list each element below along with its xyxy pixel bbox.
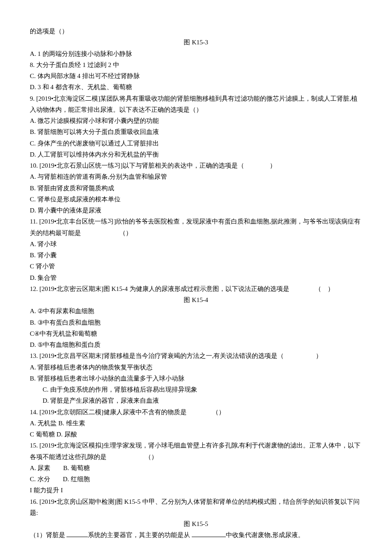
blank-fill-1 xyxy=(66,530,88,537)
q8-option-d: D. 3 和 4 都含有水、无机盐、葡萄糖 xyxy=(30,81,362,93)
q15-stem-line2: 各项不能透过这些孔隙的是 （） xyxy=(30,451,362,462)
blank-fill-2 xyxy=(192,530,226,537)
q8-option-b: 8. 大分子蛋白质经 1 过滤到 2 中 xyxy=(30,59,362,70)
q10-option-a: A. 与肾脏相连的管道有两条,分别为血管和输尿管 xyxy=(30,171,362,182)
intro-line: 的选项是（） xyxy=(30,26,362,37)
q13-stem: 13. [2019•北京昌平区期末]肾脏移植是当今治疗肾衰竭的方法之一,有关说法… xyxy=(30,350,362,361)
q13-option-d: D. 肾脏是产生尿液的器官，尿液来自血液 xyxy=(30,395,362,406)
q11-stem-line1: 11. [2019•北京丰台区统一练习]欣怡的爷爷去医院检查，发现尿液中有蛋白质… xyxy=(30,216,362,227)
q11-option-a: A. 肾小球 xyxy=(30,238,362,250)
q8-option-a: A. 1 的两端分别连接小动脉和小静脉 xyxy=(30,48,362,59)
q14-option-cd: C 葡萄糖 D. 尿酸 xyxy=(30,429,362,440)
q9-option-c: C. 身体产生的代谢废物可以通过人工肾脏排出 xyxy=(30,138,362,149)
q16-sub1-part-a: （1）肾脏是 xyxy=(30,532,66,538)
q10-option-c: C. 肾单位是形成尿液的根本单位 xyxy=(30,194,362,205)
q12-option-b: B. ③中有蛋白质和血细胞 xyxy=(30,317,362,328)
q9-option-d: D. 人工肾脏可以维持体内水分和无机盐的平衡 xyxy=(30,149,362,160)
q9-stem-line1: 9. [2019•北京海淀区二模]某团队将具有重吸收功能的肾脏细胞移植到具有过滤… xyxy=(30,93,362,104)
q12-option-c: C④中有无机盐和葡萄糖 xyxy=(30,328,362,339)
q16-stem-line2: 题: xyxy=(30,507,362,518)
q16-sub1-part-b: 系统的主要器官，其主要的功能是从 xyxy=(88,532,192,538)
q11-option-c: C 肾小管 xyxy=(30,261,362,272)
q9-option-a: A. 微芯片滤膜模拟肾小球和肾小囊内壁的功能 xyxy=(30,115,362,126)
q16-stem-line1: 16. [2019•北京房山区期中检测]图 K15-5 中甲、乙分别为人体肾脏和… xyxy=(30,496,362,507)
q10-stem: 10. [2019•北京石景山区统一练习]以下与肾脏相关的表达中，正确的选项是（… xyxy=(30,160,362,171)
q10-option-d: D. 胃小囊中的液体是尿液 xyxy=(30,205,362,216)
q12-option-d: D. ⑤中有血细胞和蛋白质 xyxy=(30,339,362,350)
q14-stem: 14. [2019•北京朝阳区二模]健康人尿液中不含有的物质是 （） xyxy=(30,407,362,418)
figure-label-k15-3: 图 K15-3 xyxy=(30,37,362,48)
q8-option-c: C. 体内局部水随 4 排出可不经过肾静脉 xyxy=(30,70,362,81)
q9-option-b: B. 肾脏细胞可以将大分子蛋白质重吸收回血液 xyxy=(30,126,362,137)
q13-option-b: B. 肾脏移植后患者出球小动脉的血流量多于入球小动脉 xyxy=(30,373,362,384)
figure-label-k15-4: 图 K15-4 xyxy=(30,294,362,305)
q15-stem-line1: 15. [2019•北京海淀区模拟]生理学家发现，肾小球毛细血管壁上有许多孔隙,… xyxy=(30,440,362,451)
q9-stem-line2: 入动物体内，能正常排出尿液。以下表达不正确的选项是（） xyxy=(30,104,362,115)
section-header: I 能力提升 I xyxy=(30,485,362,496)
q16-sub1: （1）肾脏是 系统的主要器官，其主要的功能是从 中收集代谢废物,形成尿液。 xyxy=(30,529,362,540)
q11-option-b: B. 肾小囊 xyxy=(30,250,362,261)
q11-stem-line2: 关的结构最可能是 （） xyxy=(30,227,362,238)
q16-sub1-part-c: 中收集代谢废物,形成尿液。 xyxy=(226,532,304,538)
q10-option-b: B. 肾脏由肾皮质和肾髓质构成 xyxy=(30,183,362,194)
q15-option-cd: C. 水分 D. 红细胞 xyxy=(30,474,362,485)
q12-stem: 12. [2019•北京密云区期末]图 K15-4 为健康人的尿液形成过程示意图… xyxy=(30,283,362,294)
q15-option-ab: A. 尿素 B. 葡萄糖 xyxy=(30,462,362,474)
q13-option-a: A. 肾脏移植后患者体内的物质恢复平衡状态 xyxy=(30,362,362,373)
figure-label-k15-5: 图 K15-5 xyxy=(30,518,362,529)
q14-option-ab: A. 无机盐 B. 维生素 xyxy=(30,418,362,429)
q12-option-a: A. ②中有尿素和血细胞 xyxy=(30,305,362,317)
q13-option-c: C. 由于免疫系统的作用，肾脏移植后容易出现排异现象 xyxy=(30,384,362,395)
q11-option-d: D. 集合管 xyxy=(30,272,362,283)
